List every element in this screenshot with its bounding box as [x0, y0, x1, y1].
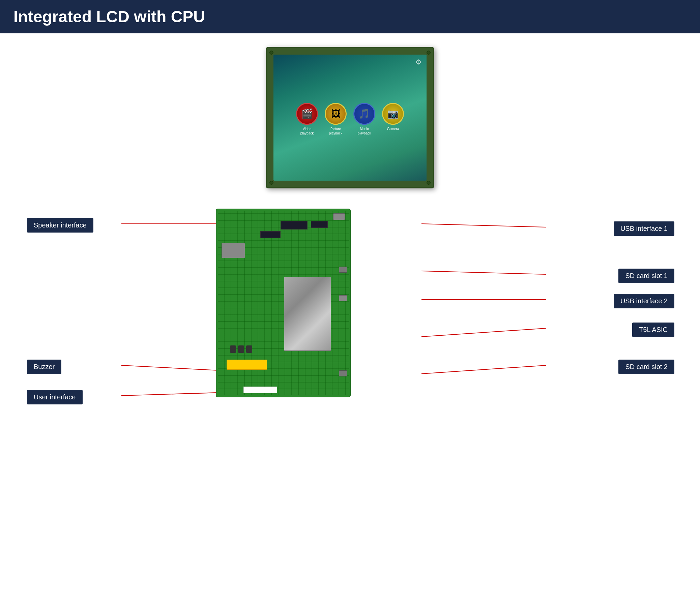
mounting-hole-br: [426, 181, 431, 185]
t5l-asic-label: T5L ASIC: [632, 322, 674, 337]
pcb-bottom-connector: [244, 387, 277, 393]
page-header: Integrated LCD with CPU: [0, 0, 700, 33]
mounting-hole-tl: [269, 51, 274, 54]
lcd-screen-inner: ⚙ 🎬 Videoplayback 🖼 Pictureplayback: [274, 54, 426, 181]
pcb-chip-1: [281, 221, 308, 229]
app-video-icon: 🎬: [296, 103, 318, 125]
pcb-section: Speaker interface Buzzer User interface …: [14, 209, 688, 418]
app-music-icon: 🎵: [353, 103, 375, 125]
buzzer-label: Buzzer: [27, 359, 61, 374]
app-camera-label: Camera: [387, 127, 399, 131]
main-content: ⚙ 🎬 Videoplayback 🖼 Pictureplayback: [0, 47, 700, 418]
svg-line-4: [421, 328, 546, 337]
svg-line-2: [421, 271, 546, 274]
app-picture-item[interactable]: 🖼 Pictureplayback: [325, 103, 347, 135]
lcd-section: ⚙ 🎬 Videoplayback 🖼 Pictureplayback: [14, 47, 686, 188]
pcb-usb-1: [333, 213, 345, 220]
lcd-screen: ⚙ 🎬 Videoplayback 🖼 Pictureplayback: [274, 54, 426, 181]
lcd-device: ⚙ 🎬 Videoplayback 🖼 Pictureplayback: [266, 47, 434, 188]
connector-lines: [14, 209, 688, 418]
app-icons-container: 🎬 Videoplayback 🖼 Pictureplayback 🎵 Musi…: [296, 103, 404, 135]
app-picture-icon: 🖼: [325, 103, 347, 125]
speaker-interface-label: Speaker interface: [27, 218, 93, 232]
sd-card-slot-1-label: SD card slot 1: [618, 269, 674, 283]
usb-interface-2-label: USB interface 2: [614, 294, 674, 308]
settings-icon[interactable]: ⚙: [416, 58, 421, 66]
app-music-label: Musicplayback: [358, 127, 371, 135]
pcb-sd-1: [339, 267, 347, 273]
pcb-capacitors: [230, 346, 252, 353]
pcb-cap-3: [246, 346, 252, 353]
pcb-chip-2: [260, 231, 281, 238]
mounting-hole-tr: [426, 51, 431, 54]
svg-line-5: [421, 365, 546, 374]
app-picture-label: Pictureplayback: [329, 127, 342, 135]
page-title: Integrated LCD with CPU: [14, 7, 686, 26]
pcb-fpc-connector: [227, 359, 267, 370]
pcb-board: [216, 209, 351, 397]
pcb-metal-shield: [284, 277, 331, 351]
mounting-hole-bl: [269, 181, 274, 185]
sd-card-slot-2-label: SD card slot 2: [618, 359, 674, 374]
pcb-chip-3: [311, 221, 328, 228]
pcb-usb-2: [339, 295, 347, 301]
app-video-label: Videoplayback: [300, 127, 314, 135]
svg-line-1: [421, 224, 546, 227]
pcb-sd-left: [221, 243, 245, 258]
pcb-cap-2: [238, 346, 244, 353]
pcb-sd-2: [339, 370, 347, 376]
usb-interface-1-label: USB interface 1: [614, 221, 674, 236]
app-camera-icon: 📷: [382, 103, 404, 125]
pcb-cap-1: [230, 346, 236, 353]
app-camera-item[interactable]: 📷 Camera: [382, 103, 404, 131]
app-music-item[interactable]: 🎵 Musicplayback: [353, 103, 375, 135]
lcd-frame: ⚙ 🎬 Videoplayback 🖼 Pictureplayback: [266, 47, 434, 188]
app-video-item[interactable]: 🎬 Videoplayback: [296, 103, 318, 135]
user-interface-label: User interface: [27, 390, 83, 404]
